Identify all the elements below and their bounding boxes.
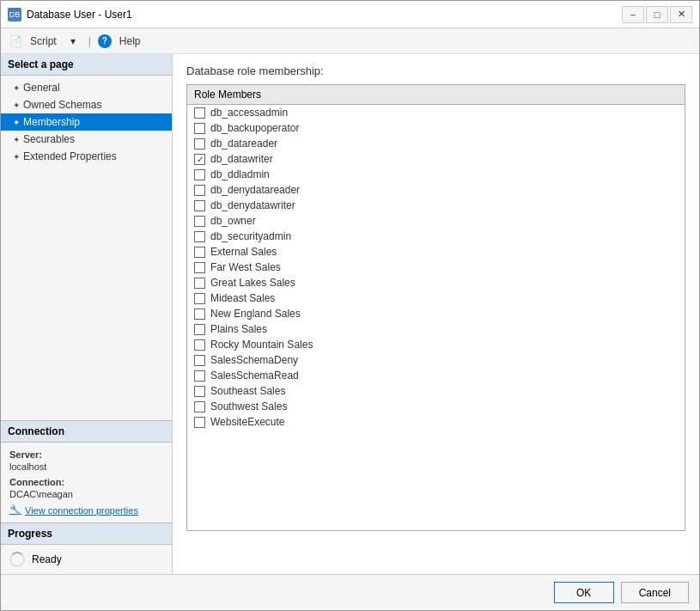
role-label-db_denydatawriter: db_denydatawriter xyxy=(210,199,295,211)
checkbox-db_backupoperator[interactable] xyxy=(194,123,205,134)
role-item-db_denydatawriter[interactable]: db_denydatawriter xyxy=(187,198,685,213)
role-label-db_denydatareader: db_denydatareader xyxy=(210,184,300,196)
checkbox-great-lakes-sales[interactable] xyxy=(194,278,205,289)
role-label-db_owner: db_owner xyxy=(210,215,256,227)
membership-nav-icon: ✦ xyxy=(13,118,20,127)
content-area: Select a page ✦ General ✦ Owned Schemas … xyxy=(1,54,699,574)
extended-properties-nav-icon: ✦ xyxy=(13,152,20,162)
checkbox-website-execute[interactable] xyxy=(194,417,205,428)
close-button[interactable]: ✕ xyxy=(670,6,692,23)
checkbox-db_securityadmin[interactable] xyxy=(194,231,205,242)
panel-title: Database role membership: xyxy=(186,64,685,77)
help-button[interactable]: Help xyxy=(113,33,147,50)
right-panel: Database role membership: Role Members d… xyxy=(173,54,699,574)
securables-nav-icon: ✦ xyxy=(13,135,20,144)
title-bar-left: DB Database User - User1 xyxy=(8,8,132,21)
help-dropdown: ? Help xyxy=(98,33,147,50)
view-connection-link[interactable]: 🔧 View connection properties xyxy=(9,504,163,516)
window-title: Database User - User1 xyxy=(27,9,132,21)
connection-section: Connection Server: localhost Connection:… xyxy=(1,420,172,522)
sidebar-item-owned-schemas[interactable]: ✦ Owned Schemas xyxy=(1,96,172,113)
role-label-db_backupoperator: db_backupoperator xyxy=(210,122,299,134)
checkbox-new-england-sales[interactable] xyxy=(194,309,205,320)
checkbox-sales-schema-read[interactable] xyxy=(194,370,205,382)
sidebar-item-membership[interactable]: ✦ Membership xyxy=(1,113,172,131)
script-button[interactable]: Script xyxy=(24,33,63,50)
checkbox-db_denydatawriter[interactable] xyxy=(194,200,205,211)
connection-content: Server: localhost Connection: DCAC\meaga… xyxy=(1,443,172,522)
script-dropdown-arrow[interactable]: ▾ xyxy=(64,33,82,50)
role-label-db_datawriter: db_datawriter xyxy=(210,153,273,165)
roles-list: db_accessadmindb_backupoperatordb_datare… xyxy=(187,105,685,430)
select-page-header: Select a page xyxy=(1,54,172,76)
role-label-great-lakes-sales: Great Lakes Sales xyxy=(210,277,295,289)
checkbox-db_denydatareader[interactable] xyxy=(194,185,205,196)
role-item-mideast-sales[interactable]: Mideast Sales xyxy=(187,290,685,306)
role-item-db_datareader[interactable]: db_datareader xyxy=(187,136,685,151)
sidebar-item-general[interactable]: ✦ General xyxy=(1,79,172,96)
progress-header: Progress xyxy=(1,523,172,545)
general-nav-icon: ✦ xyxy=(13,83,20,93)
checkbox-db_owner[interactable] xyxy=(194,216,205,227)
progress-status: Ready xyxy=(32,553,62,565)
role-item-sales-schema-deny[interactable]: SalesSchemaDeny xyxy=(187,352,685,368)
cancel-button[interactable]: Cancel xyxy=(621,582,689,603)
sidebar-item-securables[interactable]: ✦ Securables xyxy=(1,131,172,148)
role-label-new-england-sales: New England Sales xyxy=(210,308,301,320)
role-label-db_datareader: db_datareader xyxy=(210,137,277,150)
checkbox-db_datareader[interactable] xyxy=(194,138,205,150)
progress-section: Progress Ready xyxy=(1,522,172,574)
role-item-southeast-sales[interactable]: Southeast Sales xyxy=(187,383,685,399)
role-members-box[interactable]: Role Members db_accessadmindb_backupoper… xyxy=(186,84,685,531)
role-label-plains-sales: Plains Sales xyxy=(210,323,267,335)
role-item-db_denydatareader[interactable]: db_denydatareader xyxy=(187,182,685,198)
checkbox-southeast-sales[interactable] xyxy=(194,386,205,397)
role-label-db_accessadmin: db_accessadmin xyxy=(210,107,288,119)
role-item-db_ddladmin[interactable]: db_ddladmin xyxy=(187,167,685,182)
checkbox-sales-schema-deny[interactable] xyxy=(194,355,205,366)
sidebar-item-extended-properties[interactable]: ✦ Extended Properties xyxy=(1,148,172,165)
owned-schemas-nav-icon: ✦ xyxy=(13,101,20,110)
checkbox-southwest-sales[interactable] xyxy=(194,401,205,412)
role-item-far-west-sales[interactable]: Far West Sales xyxy=(187,260,685,275)
role-label-southwest-sales: Southwest Sales xyxy=(210,400,287,412)
role-item-new-england-sales[interactable]: New England Sales xyxy=(187,306,685,321)
role-label-sales-schema-read: SalesSchemaRead xyxy=(210,370,299,382)
role-item-db_owner[interactable]: db_owner xyxy=(187,213,685,229)
role-label-db_ddladmin: db_ddladmin xyxy=(210,168,270,180)
checkbox-mideast-sales[interactable] xyxy=(194,293,205,304)
checkbox-external-sales[interactable] xyxy=(194,247,205,258)
checkbox-db_accessadmin[interactable] xyxy=(194,107,205,119)
script-dropdown: 📄 Script ▾ xyxy=(9,33,82,50)
role-item-db_securityadmin[interactable]: db_securityadmin xyxy=(187,229,685,244)
role-item-external-sales[interactable]: External Sales xyxy=(187,244,685,260)
help-icon: ? xyxy=(98,34,112,48)
toolbar: 📄 Script ▾ | ? Help xyxy=(1,28,699,54)
server-label: Server: xyxy=(9,449,163,460)
role-item-great-lakes-sales[interactable]: Great Lakes Sales xyxy=(187,275,685,290)
role-item-plains-sales[interactable]: Plains Sales xyxy=(187,321,685,337)
checkbox-db_datawriter[interactable]: ✓ xyxy=(194,154,205,165)
script-icon: 📄 xyxy=(9,35,22,47)
server-value: localhost xyxy=(9,461,163,472)
maximize-button[interactable]: □ xyxy=(646,6,668,23)
checkbox-plains-sales[interactable] xyxy=(194,324,205,335)
role-label-far-west-sales: Far West Sales xyxy=(210,261,281,273)
progress-spinner xyxy=(9,552,25,567)
ok-button[interactable]: OK xyxy=(554,582,614,603)
role-label-external-sales: External Sales xyxy=(210,246,277,258)
checkbox-db_ddladmin[interactable] xyxy=(194,169,205,180)
role-item-db_backupoperator[interactable]: db_backupoperator xyxy=(187,120,685,136)
role-item-website-execute[interactable]: WebsiteExecute xyxy=(187,414,685,430)
checkbox-far-west-sales[interactable] xyxy=(194,262,205,273)
role-item-rocky-mountain-sales[interactable]: Rocky Mountain Sales xyxy=(187,337,685,352)
toolbar-divider: | xyxy=(88,35,91,47)
title-bar: DB Database User - User1 − □ ✕ xyxy=(1,1,699,28)
role-item-sales-schema-read[interactable]: SalesSchemaRead xyxy=(187,368,685,383)
minimize-button[interactable]: − xyxy=(622,6,644,23)
role-item-db_datawriter[interactable]: ✓db_datawriter xyxy=(187,151,685,167)
nav-list: ✦ General ✦ Owned Schemas ✦ Membership ✦… xyxy=(1,76,172,168)
checkbox-rocky-mountain-sales[interactable] xyxy=(194,339,205,351)
role-item-db_accessadmin[interactable]: db_accessadmin xyxy=(187,105,685,120)
role-item-southwest-sales[interactable]: Southwest Sales xyxy=(187,399,685,414)
